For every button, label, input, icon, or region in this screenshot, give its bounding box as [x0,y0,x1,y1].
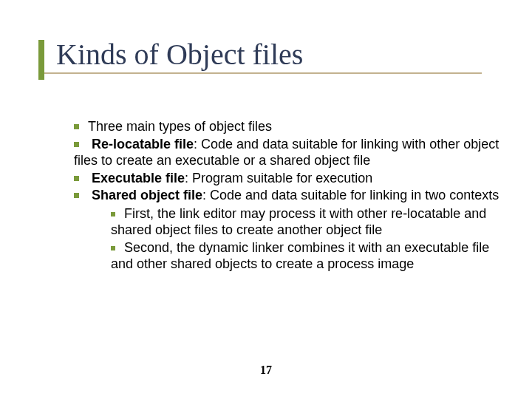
sub-bullet-text: Second, the dynamic linker combines it w… [111,240,489,272]
bullet-bold: Shared object file [92,188,202,202]
square-bullet-icon [74,176,79,181]
page-number: 17 [0,364,532,377]
bullet-text: : Program suitable for execution [185,171,372,185]
sub-list: First, the link editor may process it wi… [111,205,502,273]
bullet-text: : Code and data suitable for linking in … [202,188,499,202]
bullet-item: Shared object file: Code and data suitab… [74,187,502,204]
square-bullet-icon [111,212,115,216]
square-bullet-icon [111,246,115,250]
slide-title: Kinds of Object files [56,37,303,72]
sub-bullet-item: Second, the dynamic linker combines it w… [111,239,502,273]
square-bullet-icon [74,142,79,147]
bullet-text: Three main types of object files [88,119,272,134]
bullet-item: Executable file: Program suitable for ex… [74,170,502,187]
square-bullet-icon [74,193,79,198]
bullet-bold: Executable file [92,171,185,185]
sub-bullet-item: First, the link editor may process it wi… [111,205,502,239]
slide-content: Three main types of object files Re-loca… [74,118,502,273]
bullet-item: Three main types of object files [74,118,502,135]
title-underline [38,72,482,74]
sub-bullet-text: First, the link editor may process it wi… [111,206,486,238]
square-bullet-icon [74,124,79,129]
bullet-item: Re-locatable file: Code and data suitabl… [74,136,502,169]
slide: Kinds of Object files Three main types o… [0,0,532,399]
bullet-bold: Re-locatable file [92,137,194,151]
accent-bar [38,40,44,80]
